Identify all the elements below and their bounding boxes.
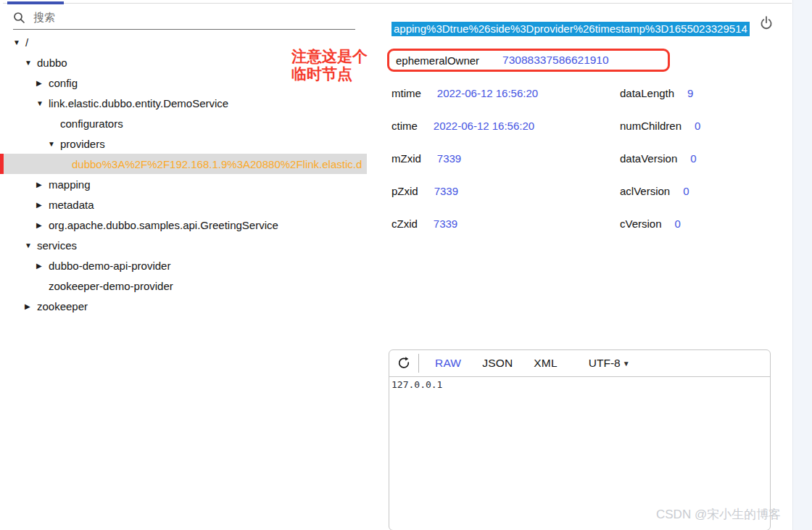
chevron-right-icon[interactable]: ▶ (36, 79, 49, 87)
stats-column-right: dataLength9numChildren0dataVersion0aclVe… (620, 77, 700, 240)
node-data-panel: RAWJSONXML UTF-8 ▼ 127.0.0.1 (389, 349, 771, 530)
ephemeral-owner-label: ephemeralOwner (396, 54, 479, 67)
stat-value: 0 (675, 218, 681, 230)
annotation-line1: 注意这是个 (291, 48, 368, 65)
tree-item[interactable]: ▶dubbo-demo-api-provider (0, 255, 367, 276)
encoding-label: UTF-8 (589, 357, 621, 370)
watermark: CSDN @宋小生的博客 (656, 506, 781, 523)
chevron-down-icon[interactable]: ▼ (25, 59, 37, 67)
node-path-selected-text[interactable]: apping%3Dtrue%26side%3Dprovider%26timest… (392, 22, 750, 36)
stat-row: ctime2022-06-12 16:56:20 (392, 109, 538, 142)
tree-item-label: services (37, 239, 77, 252)
tree-item-label: zookeeper-demo-provider (49, 280, 173, 292)
stat-label: ctime (392, 120, 418, 132)
stat-row: mtime2022-06-12 16:56:20 (392, 77, 538, 109)
tree-item-label: mapping (49, 178, 91, 191)
stat-value: 2022-06-12 16:56:20 (434, 120, 534, 132)
chevron-right-icon[interactable]: ▶ (36, 181, 49, 189)
stat-label: mZxid (392, 152, 421, 165)
tree-item[interactable]: ▶zookeeper (0, 296, 367, 316)
stat-label: dataLength (620, 87, 674, 99)
tree-item[interactable]: configurators (0, 113, 367, 133)
search-bar (13, 9, 355, 30)
stat-label: pZxid (392, 185, 418, 197)
tree-item-label: metadata (49, 199, 94, 211)
tree-item-label: dubbo (37, 57, 67, 69)
stat-row: dataVersion0 (620, 142, 700, 175)
chevron-down-icon[interactable]: ▼ (48, 140, 60, 148)
stat-row: dataLength9 (620, 77, 700, 109)
chevron-down-icon[interactable]: ▼ (36, 99, 49, 107)
refresh-icon (397, 356, 411, 370)
chevron-right-icon[interactable]: ▶ (36, 221, 49, 229)
stat-value: 0 (695, 120, 700, 132)
chevron-right-icon[interactable]: ▶ (36, 262, 49, 270)
tree-item[interactable]: ▶org.apache.dubbo.samples.api.GreetingSe… (0, 215, 367, 235)
stat-row: numChildren0 (620, 109, 700, 142)
tab-xml[interactable]: XML (534, 357, 557, 370)
stat-label: aclVersion (620, 185, 670, 197)
stat-value: 7339 (434, 218, 457, 230)
stat-value: 7339 (437, 152, 461, 165)
refresh-button[interactable] (389, 350, 418, 376)
tree-item-label: dubbo-demo-api-provider (49, 260, 170, 272)
tree-item[interactable]: ▶metadata (0, 194, 367, 215)
tree-item-label: org.apache.dubbo.samples.api.GreetingSer… (49, 219, 278, 231)
search-input[interactable] (13, 9, 355, 30)
stats-column-left: mtime2022-06-12 16:56:20ctime2022-06-12 … (392, 77, 538, 240)
stat-value: 2022-06-12 16:56:20 (437, 87, 538, 99)
data-panel-header: RAWJSONXML UTF-8 ▼ (389, 350, 770, 377)
stat-label: cVersion (620, 218, 662, 230)
encoding-dropdown[interactable]: UTF-8 ▼ (589, 357, 630, 370)
power-icon[interactable] (758, 15, 774, 31)
stat-row: cVersion0 (620, 207, 700, 240)
stat-row: aclVersion0 (620, 175, 700, 207)
tab-raw[interactable]: RAW (435, 357, 461, 370)
stat-value: 9 (687, 87, 693, 99)
tree-item[interactable]: ▼services (0, 235, 367, 255)
tree-item-label: / (25, 36, 28, 49)
tree-item[interactable]: ▼link.elastic.dubbo.entity.DemoService (0, 93, 367, 113)
top-divider (3, 3, 792, 4)
chevron-down-icon[interactable]: ▼ (25, 241, 37, 249)
stat-label: dataVersion (620, 152, 677, 165)
chevron-right-icon[interactable]: ▶ (25, 302, 37, 310)
tree-item-label: config (49, 77, 78, 89)
tree-item-label: configurators (60, 117, 123, 130)
stat-value: 7339 (434, 185, 458, 197)
annotation-line2: 临时节点 (291, 65, 368, 83)
node-data-content[interactable]: 127.0.0.1 (389, 377, 770, 392)
tree-item-label: providers (60, 138, 105, 150)
ephemeral-owner-value: 73088337586621910 (502, 54, 609, 67)
tree-item[interactable]: dubbo%3A%2F%2F192.168.1.9%3A20880%2Flink… (0, 154, 367, 174)
tree-item[interactable]: ▶mapping (0, 174, 367, 194)
stat-value: 0 (683, 185, 689, 197)
stat-row: cZxid7339 (392, 207, 538, 240)
search-icon (13, 12, 25, 27)
tree-item-label: zookeeper (37, 300, 88, 312)
tree-item[interactable]: zookeeper-demo-provider (0, 276, 367, 296)
stat-value: 0 (690, 152, 696, 165)
ephemeral-owner-highlight-box: ephemeralOwner 73088337586621910 (387, 49, 670, 72)
stat-label: numChildren (620, 120, 682, 132)
format-tabs: RAWJSONXML (435, 357, 579, 370)
tree-item-label: dubbo%3A%2F%2F192.168.1.9%3A20880%2Flink… (72, 158, 362, 170)
tab-json[interactable]: JSON (482, 357, 513, 370)
header-divider (418, 354, 419, 373)
chevron-down-icon[interactable]: ▼ (13, 38, 25, 46)
chevron-down-icon: ▼ (623, 360, 630, 368)
stat-label: cZxid (392, 218, 418, 230)
ephemeral-annotation: 注意这是个 临时节点 (291, 48, 368, 83)
window-edge-strip (792, 0, 812, 530)
stat-label: mtime (392, 87, 421, 99)
tree-item[interactable]: ▼providers (0, 133, 367, 154)
active-tab-indicator (7, 1, 64, 4)
stat-row: pZxid7339 (392, 175, 538, 207)
tree-item-label: link.elastic.dubbo.entity.DemoService (49, 97, 228, 109)
stat-row: mZxid7339 (392, 142, 538, 175)
chevron-right-icon[interactable]: ▶ (36, 201, 49, 209)
